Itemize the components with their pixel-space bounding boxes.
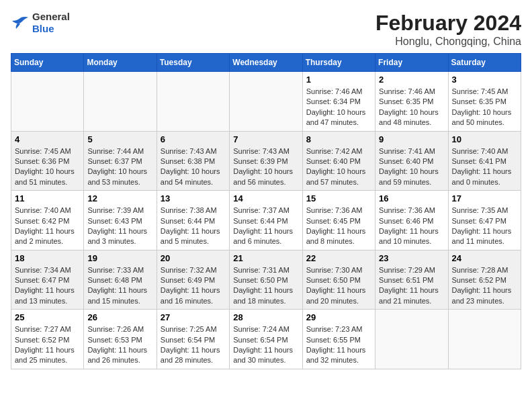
day-info: Sunrise: 7:32 AM Sunset: 6:49 PM Dayligh…: [161, 265, 226, 307]
day-number: 24: [452, 253, 517, 263]
day-info: Sunrise: 7:28 AM Sunset: 6:52 PM Dayligh…: [452, 265, 517, 307]
day-number: 26: [87, 312, 152, 322]
day-number: 12: [87, 193, 152, 203]
calendar-week-3: 11Sunrise: 7:40 AM Sunset: 6:42 PM Dayli…: [11, 191, 521, 250]
day-info: Sunrise: 7:41 AM Sunset: 6:40 PM Dayligh…: [379, 146, 444, 188]
calendar-cell: 6Sunrise: 7:43 AM Sunset: 6:38 PM Daylig…: [157, 131, 229, 191]
calendar-cell: [375, 310, 448, 369]
calendar-cell: 1Sunrise: 7:46 AM Sunset: 6:34 PM Daylig…: [302, 72, 375, 132]
day-number: 27: [161, 312, 226, 322]
day-number: 23: [379, 253, 444, 263]
day-info: Sunrise: 7:42 AM Sunset: 6:40 PM Dayligh…: [306, 146, 371, 188]
logo-blue: Blue: [32, 23, 54, 34]
day-number: 19: [87, 253, 152, 263]
calendar-cell: 8Sunrise: 7:42 AM Sunset: 6:40 PM Daylig…: [302, 131, 375, 191]
day-info: Sunrise: 7:23 AM Sunset: 6:55 PM Dayligh…: [306, 324, 371, 366]
calendar-cell: [84, 72, 157, 132]
day-info: Sunrise: 7:43 AM Sunset: 6:38 PM Dayligh…: [161, 146, 226, 188]
day-number: 3: [452, 75, 517, 85]
day-number: 21: [233, 253, 298, 263]
calendar-cell: 29Sunrise: 7:23 AM Sunset: 6:55 PM Dayli…: [302, 310, 375, 369]
day-number: 4: [15, 134, 80, 144]
calendar-cell: 3Sunrise: 7:45 AM Sunset: 6:35 PM Daylig…: [448, 72, 521, 132]
day-number: 5: [87, 134, 152, 144]
calendar-cell: 20Sunrise: 7:32 AM Sunset: 6:49 PM Dayli…: [157, 250, 229, 310]
day-info: Sunrise: 7:46 AM Sunset: 6:35 PM Dayligh…: [379, 87, 444, 128]
day-info: Sunrise: 7:40 AM Sunset: 6:42 PM Dayligh…: [15, 205, 80, 247]
day-info: Sunrise: 7:30 AM Sunset: 6:50 PM Dayligh…: [306, 265, 371, 307]
logo-general: General: [32, 11, 70, 22]
day-number: 14: [233, 193, 298, 203]
day-number: 10: [452, 134, 517, 144]
day-number: 25: [15, 312, 80, 322]
calendar-cell: 2Sunrise: 7:46 AM Sunset: 6:35 PM Daylig…: [375, 72, 448, 132]
calendar-cell: [448, 310, 521, 369]
day-info: Sunrise: 7:37 AM Sunset: 6:44 PM Dayligh…: [233, 205, 298, 247]
header: General Blue February 2024 Honglu, Chong…: [11, 11, 521, 48]
day-info: Sunrise: 7:46 AM Sunset: 6:34 PM Dayligh…: [306, 87, 371, 128]
calendar-cell: 11Sunrise: 7:40 AM Sunset: 6:42 PM Dayli…: [11, 191, 84, 250]
calendar-cell: 13Sunrise: 7:38 AM Sunset: 6:44 PM Dayli…: [157, 191, 229, 250]
day-number: 13: [161, 193, 226, 203]
day-info: Sunrise: 7:33 AM Sunset: 6:48 PM Dayligh…: [87, 265, 152, 307]
day-info: Sunrise: 7:25 AM Sunset: 6:54 PM Dayligh…: [161, 324, 226, 366]
calendar-cell: 21Sunrise: 7:31 AM Sunset: 6:50 PM Dayli…: [230, 250, 302, 310]
day-info: Sunrise: 7:45 AM Sunset: 6:35 PM Dayligh…: [452, 87, 517, 128]
day-info: Sunrise: 7:31 AM Sunset: 6:50 PM Dayligh…: [233, 265, 298, 307]
day-info: Sunrise: 7:35 AM Sunset: 6:47 PM Dayligh…: [452, 205, 517, 247]
day-number: 16: [379, 193, 444, 203]
day-number: 28: [233, 312, 298, 322]
day-number: 11: [15, 193, 80, 203]
calendar-cell: [230, 72, 302, 132]
day-number: 22: [306, 253, 371, 263]
calendar-week-5: 25Sunrise: 7:27 AM Sunset: 6:52 PM Dayli…: [11, 310, 521, 369]
logo-bird-icon: [11, 15, 30, 30]
calendar-cell: 5Sunrise: 7:44 AM Sunset: 6:37 PM Daylig…: [84, 131, 157, 191]
calendar-cell: 15Sunrise: 7:36 AM Sunset: 6:45 PM Dayli…: [302, 191, 375, 250]
weekday-header-wednesday: Wednesday: [230, 54, 302, 72]
calendar-cell: 17Sunrise: 7:35 AM Sunset: 6:47 PM Dayli…: [448, 191, 521, 250]
day-number: 7: [233, 134, 298, 144]
calendar-cell: 18Sunrise: 7:34 AM Sunset: 6:47 PM Dayli…: [11, 250, 84, 310]
logo: General Blue: [11, 11, 70, 35]
day-info: Sunrise: 7:27 AM Sunset: 6:52 PM Dayligh…: [15, 324, 80, 366]
calendar-week-4: 18Sunrise: 7:34 AM Sunset: 6:47 PM Dayli…: [11, 250, 521, 310]
calendar-cell: 19Sunrise: 7:33 AM Sunset: 6:48 PM Dayli…: [84, 250, 157, 310]
day-number: 29: [306, 312, 371, 322]
calendar-cell: [11, 72, 84, 132]
day-number: 6: [161, 134, 226, 144]
calendar-cell: [157, 72, 229, 132]
calendar-header: SundayMondayTuesdayWednesdayThursdayFrid…: [11, 54, 521, 72]
calendar-cell: 23Sunrise: 7:29 AM Sunset: 6:51 PM Dayli…: [375, 250, 448, 310]
day-info: Sunrise: 7:36 AM Sunset: 6:45 PM Dayligh…: [306, 205, 371, 247]
day-info: Sunrise: 7:38 AM Sunset: 6:44 PM Dayligh…: [161, 205, 226, 247]
calendar-cell: 10Sunrise: 7:40 AM Sunset: 6:41 PM Dayli…: [448, 131, 521, 191]
day-number: 8: [306, 134, 371, 144]
weekday-header-monday: Monday: [84, 54, 157, 72]
day-number: 1: [306, 75, 371, 85]
calendar-cell: 9Sunrise: 7:41 AM Sunset: 6:40 PM Daylig…: [375, 131, 448, 191]
calendar-cell: 22Sunrise: 7:30 AM Sunset: 6:50 PM Dayli…: [302, 250, 375, 310]
weekday-header-thursday: Thursday: [302, 54, 375, 72]
calendar-table: SundayMondayTuesdayWednesdayThursdayFrid…: [11, 53, 521, 369]
calendar-cell: 12Sunrise: 7:39 AM Sunset: 6:43 PM Dayli…: [84, 191, 157, 250]
day-number: 9: [379, 134, 444, 144]
page-subtitle: Honglu, Chongqing, China: [375, 36, 521, 48]
day-info: Sunrise: 7:45 AM Sunset: 6:36 PM Dayligh…: [15, 146, 80, 188]
calendar-cell: 24Sunrise: 7:28 AM Sunset: 6:52 PM Dayli…: [448, 250, 521, 310]
calendar-cell: 25Sunrise: 7:27 AM Sunset: 6:52 PM Dayli…: [11, 310, 84, 369]
calendar-cell: 28Sunrise: 7:24 AM Sunset: 6:54 PM Dayli…: [230, 310, 302, 369]
day-info: Sunrise: 7:24 AM Sunset: 6:54 PM Dayligh…: [233, 324, 298, 366]
calendar-week-2: 4Sunrise: 7:45 AM Sunset: 6:36 PM Daylig…: [11, 131, 521, 191]
calendar-cell: 26Sunrise: 7:26 AM Sunset: 6:53 PM Dayli…: [84, 310, 157, 369]
day-info: Sunrise: 7:40 AM Sunset: 6:41 PM Dayligh…: [452, 146, 517, 188]
calendar-cell: 27Sunrise: 7:25 AM Sunset: 6:54 PM Dayli…: [157, 310, 229, 369]
day-number: 15: [306, 193, 371, 203]
logo-text: General Blue: [32, 11, 70, 35]
title-area: February 2024 Honglu, Chongqing, China: [375, 11, 521, 48]
weekday-header-friday: Friday: [375, 54, 448, 72]
weekday-header-sunday: Sunday: [11, 54, 84, 72]
day-info: Sunrise: 7:44 AM Sunset: 6:37 PM Dayligh…: [87, 146, 152, 188]
calendar-cell: 14Sunrise: 7:37 AM Sunset: 6:44 PM Dayli…: [230, 191, 302, 250]
page-title: February 2024: [375, 11, 521, 36]
